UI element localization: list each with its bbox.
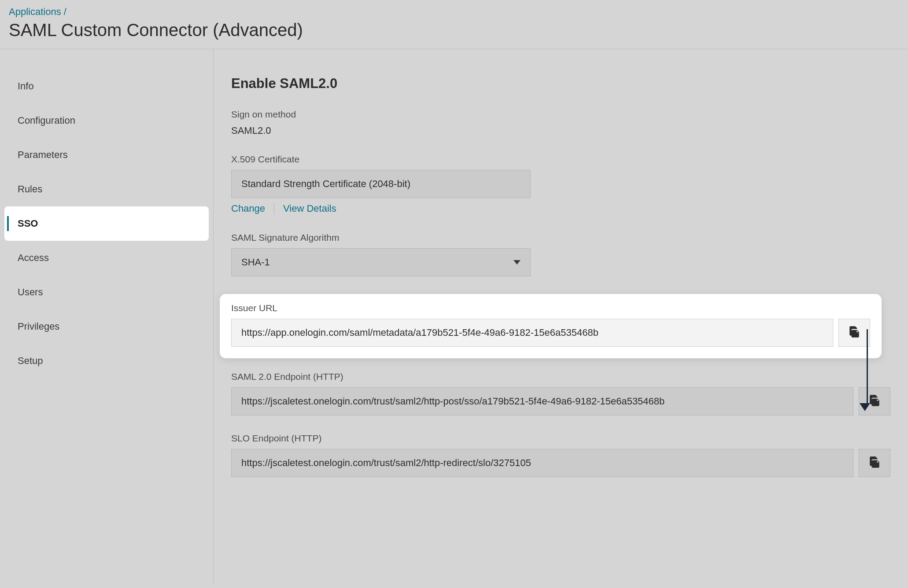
copy-saml-endpoint-button[interactable] — [859, 387, 890, 415]
section-title: Enable SAML2.0 — [231, 76, 890, 92]
saml-endpoint-label: SAML 2.0 Endpoint (HTTP) — [231, 371, 890, 382]
sign-on-method-label: Sign on method — [231, 109, 890, 120]
page-header: Applications / SAML Custom Connector (Ad… — [0, 0, 908, 49]
algorithm-value: SHA-1 — [241, 257, 270, 268]
sign-on-method-value: SAML2.0 — [231, 125, 890, 136]
sidebar-item-privileges[interactable]: Privileges — [4, 309, 209, 344]
algorithm-label: SAML Signature Algorithm — [231, 232, 890, 243]
view-details-link[interactable]: View Details — [283, 203, 336, 214]
page-title: SAML Custom Connector (Advanced) — [9, 20, 899, 40]
sidebar: Info Configuration Parameters Rules SSO … — [0, 49, 214, 584]
link-divider — [274, 202, 274, 215]
sidebar-item-configuration[interactable]: Configuration — [4, 103, 209, 138]
certificate-label: X.509 Certificate — [231, 154, 890, 165]
sidebar-item-info[interactable]: Info — [4, 69, 209, 103]
sidebar-item-rules[interactable]: Rules — [4, 172, 209, 206]
copy-icon — [869, 456, 880, 471]
algorithm-select[interactable]: SHA-1 — [231, 248, 531, 276]
issuer-url-value[interactable]: https://app.onelogin.com/saml/metadata/a… — [231, 319, 833, 347]
copy-slo-endpoint-button[interactable] — [859, 449, 890, 477]
slo-endpoint-value[interactable]: https://jscaletest.onelogin.com/trust/sa… — [231, 449, 853, 477]
sidebar-item-sso[interactable]: SSO — [4, 206, 209, 241]
change-link[interactable]: Change — [231, 203, 265, 214]
copy-icon — [849, 325, 860, 341]
main-panel: Enable SAML2.0 Sign on method SAML2.0 X.… — [214, 49, 908, 584]
issuer-url-label: Issuer URL — [231, 303, 870, 313]
issuer-highlight-card: Issuer URL https://app.onelogin.com/saml… — [220, 294, 882, 358]
sidebar-item-parameters[interactable]: Parameters — [4, 138, 209, 172]
sidebar-item-access[interactable]: Access — [4, 241, 209, 275]
breadcrumb[interactable]: Applications / — [9, 6, 899, 18]
saml-endpoint-value[interactable]: https://jscaletest.onelogin.com/trust/sa… — [231, 387, 853, 415]
sidebar-item-setup[interactable]: Setup — [4, 344, 209, 378]
copy-issuer-button[interactable] — [838, 319, 870, 347]
sidebar-item-users[interactable]: Users — [4, 275, 209, 309]
chevron-down-icon — [513, 260, 520, 265]
slo-endpoint-label: SLO Endpoint (HTTP) — [231, 433, 890, 444]
certificate-value: Standard Strength Certificate (2048-bit) — [231, 170, 531, 198]
copy-icon — [869, 394, 880, 409]
